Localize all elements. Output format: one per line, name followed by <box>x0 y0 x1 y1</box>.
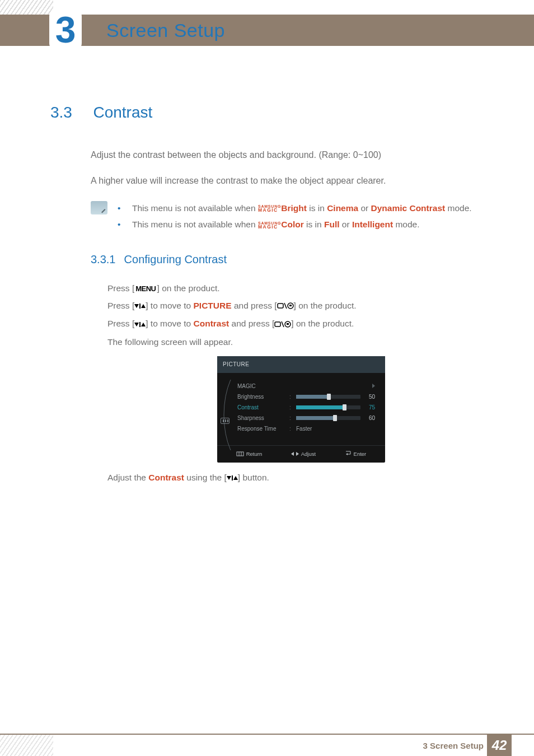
section-number: 3.3 <box>50 104 91 122</box>
footer-bar: 3 Screen Setup 42 <box>0 734 534 756</box>
osd-side-icon <box>221 418 229 424</box>
samsung-magic-label: SAMSUNGMAGIC <box>258 222 281 229</box>
svg-rect-6 <box>289 305 292 306</box>
svg-rect-1 <box>139 304 140 309</box>
osd-footer-return: Return <box>236 449 263 459</box>
note-block: This menu is not available when SAMSUNGM… <box>91 200 495 233</box>
adjust-icon <box>291 451 299 456</box>
osd-item-response: Response Time <box>237 423 285 434</box>
step-2: Press [] to move to PICTURE and press []… <box>107 297 495 315</box>
osd-row-sharpness: : 60 <box>289 413 375 423</box>
return-icon <box>236 451 244 456</box>
subsection-number: 3.3.1 <box>91 253 121 266</box>
osd-bar-brightness <box>296 395 360 399</box>
step-1: Press [MENU] on the product. <box>107 279 495 297</box>
footer-label: 3 Screen Setup <box>423 741 484 750</box>
osd-header: PICTURE <box>217 356 385 373</box>
osd-item-sharpness: Sharpness <box>237 413 285 423</box>
svg-rect-3 <box>278 304 283 308</box>
osd-side-curve <box>223 381 233 434</box>
chapter-number: 3 <box>55 11 76 48</box>
source-enter-icon <box>277 297 294 315</box>
post-osd-text: Adjust the Contrast using the [] button. <box>107 473 495 483</box>
source-enter-icon <box>274 316 291 333</box>
chapter-title: Screen Setup <box>106 20 225 41</box>
svg-rect-8 <box>139 322 140 327</box>
content-area: 3.3 Contrast Adjust the contrast between… <box>50 104 495 483</box>
svg-line-4 <box>284 303 287 309</box>
osd-row-brightness: : 50 <box>289 391 375 402</box>
osd-footer: Return Adjust Enter <box>217 445 385 459</box>
svg-rect-10 <box>275 322 280 326</box>
svg-marker-20 <box>227 476 231 480</box>
osd-item-contrast: Contrast <box>237 402 285 413</box>
menu-button-icon: MENU <box>134 282 157 296</box>
step-4: The following screen will appear. <box>107 333 495 351</box>
steps: Press [MENU] on the product. Press [] to… <box>107 279 495 463</box>
osd-bar-sharpness <box>296 416 360 420</box>
down-up-arrow-icon <box>134 316 146 333</box>
osd-item-brightness: Brightness <box>237 391 285 402</box>
osd-row-contrast: : 75 <box>289 402 375 413</box>
osd-item-magic: MAGIC <box>237 381 285 391</box>
note-item-2: This menu is not available when SAMSUNGM… <box>118 216 472 232</box>
chevron-right-icon <box>372 384 375 388</box>
svg-marker-22 <box>233 476 238 480</box>
svg-rect-14 <box>237 452 243 456</box>
svg-rect-13 <box>287 323 289 325</box>
step-3: Press [] to move to Contrast and press [… <box>107 315 495 333</box>
osd-row-response: : Faster <box>289 423 375 434</box>
intro-p1: Adjust the contrast between the objects … <box>91 148 495 162</box>
down-up-arrow-icon <box>134 297 146 315</box>
chapter-tab: 3 <box>50 10 81 50</box>
footer-hatch <box>0 735 53 756</box>
enter-icon <box>345 451 352 456</box>
osd-footer-adjust: Adjust <box>291 449 316 459</box>
subsection-title: Configuring Contrast <box>124 253 227 265</box>
page-number: 42 <box>487 735 512 756</box>
samsung-magic-label: SAMSUNGMAGIC <box>258 205 281 212</box>
svg-marker-19 <box>346 453 348 455</box>
osd-bar-contrast <box>296 405 360 409</box>
note-item-1: This menu is not available when SAMSUNGM… <box>118 200 472 216</box>
note-list: This menu is not available when SAMSUNGM… <box>118 200 472 233</box>
section-title: Contrast <box>93 104 152 122</box>
svg-marker-7 <box>134 323 139 326</box>
intro-text: Adjust the contrast between the objects … <box>91 148 495 188</box>
osd-body: MAGIC Brightness Contrast Sharpness Resp… <box>217 373 385 445</box>
note-icon <box>91 201 107 214</box>
svg-marker-18 <box>296 452 299 456</box>
osd-labels: MAGIC Brightness Contrast Sharpness Resp… <box>237 381 285 434</box>
svg-rect-21 <box>232 475 233 480</box>
section-heading: 3.3 Contrast <box>50 104 495 122</box>
svg-line-11 <box>282 321 284 327</box>
osd-footer-enter: Enter <box>345 449 367 459</box>
svg-marker-17 <box>291 452 294 456</box>
down-up-arrow-icon <box>227 473 238 483</box>
osd-preview: PICTURE MAGIC Brightness Contrast Sharpn… <box>217 356 385 463</box>
svg-marker-0 <box>134 304 139 308</box>
intro-p2: A higher value will increase the contras… <box>91 174 495 188</box>
subsection-heading: 3.3.1 Configuring Contrast <box>91 253 495 266</box>
osd-row-magic <box>289 381 375 391</box>
osd-values: : 50 : 75 : 60 : <box>289 381 375 434</box>
